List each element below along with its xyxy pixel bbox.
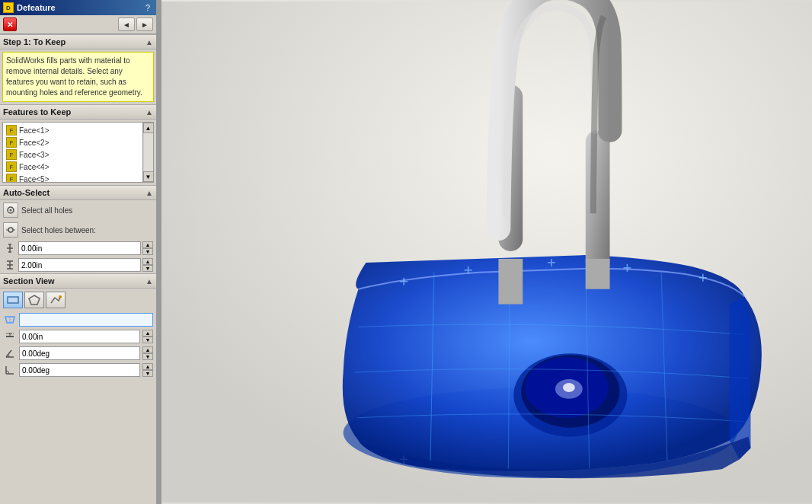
min-hole-down[interactable]: ▼ [142,248,153,255]
step1-chevron[interactable]: ▲ [145,38,153,46]
svg-rect-13 [8,297,18,303]
svg-rect-49 [498,259,523,305]
offset-input[interactable] [19,330,140,343]
min-hole-spinners: ▲ ▼ [142,241,153,255]
face-icon: F [6,174,17,182]
list-item[interactable]: F Face<4> [5,161,141,173]
min-hole-size-row: ▲ ▼ [0,240,156,257]
section-view-title: Section View [3,276,55,285]
step1-title: Step 1: To Keep [3,37,66,46]
max-hole-up[interactable]: ▲ [142,258,153,265]
features-scrollbar[interactable]: ▲ ▼ [142,123,153,182]
offset-row: ▲ ▼ [0,328,156,345]
features-header: Features to Keep ▲ [0,104,156,120]
svg-point-1 [10,209,12,212]
angle2-spinners: ▲ ▼ [142,363,153,377]
svg-point-14 [59,295,62,298]
close-button[interactable]: ✕ [3,18,17,31]
list-item[interactable]: F Face<3> [5,148,141,161]
select-holes-between-row: Select holes between: [0,220,156,240]
max-hole-size-row: ▲ ▼ [0,257,156,273]
select-all-holes-icon[interactable] [3,203,18,218]
feature-label: Face<2> [19,139,49,147]
offset-spinners: ▲ ▼ [142,330,153,343]
min-hole-input[interactable] [18,241,141,255]
angle2-icon [3,363,17,377]
panel-controls: ✕ ◄ ► [0,15,156,34]
features-section: Features to Keep ▲ F Face<1> F Face<2> F… [0,104,156,185]
angle1-spinners: ▲ ▼ [142,346,153,360]
3d-scene [161,0,812,504]
rect-section-button[interactable] [3,292,23,308]
auto-select-section: Auto-Select ▲ Select all holes Select ho… [0,185,156,273]
features-chevron[interactable]: ▲ [145,108,153,116]
offset-up[interactable]: ▲ [142,330,153,337]
plane-input-row [0,311,156,328]
angle2-input[interactable] [19,363,140,377]
list-item[interactable]: F Face<1> [5,124,141,136]
app-icon: D [3,2,14,13]
feature-label: Face<1> [19,126,49,135]
poly-section-button[interactable] [24,292,44,308]
scroll-track [144,133,153,171]
viewport[interactable] [161,0,812,504]
angle2-up[interactable]: ▲ [142,363,153,370]
feature-label: Face<5> [19,175,49,183]
offset-down[interactable]: ▼ [142,337,153,343]
face-icon: F [6,149,17,160]
scroll-down-arrow[interactable]: ▼ [143,171,154,182]
title-bar: D Defeature ? [0,0,156,15]
max-hole-spinners: ▲ ▼ [142,258,153,272]
angle1-up[interactable]: ▲ [142,346,153,353]
panel-title: Defeature [17,3,56,12]
max-size-icon [3,258,17,272]
back-button[interactable]: ◄ [118,18,135,31]
face-icon: F [6,161,17,172]
help-button[interactable]: ? [142,3,153,12]
plane-input[interactable] [19,313,153,327]
feature-label: Face<4> [19,163,49,171]
section-view-chevron[interactable]: ▲ [145,277,153,285]
offset-icon [3,330,17,343]
angle2-row: ▲ ▼ [0,362,156,378]
select-all-holes-label: Select all holes [21,206,72,215]
step1-description: SolidWorks fills parts with material to … [6,56,142,97]
features-title: Features to Keep [3,107,71,116]
angle1-input[interactable] [19,346,140,360]
features-list-container: F Face<1> F Face<2> F Face<3> F Face<4> … [2,122,154,183]
auto-select-chevron[interactable]: ▲ [145,189,153,197]
angle1-icon [3,346,17,360]
max-hole-down[interactable]: ▼ [142,265,153,272]
features-list[interactable]: F Face<1> F Face<2> F Face<3> F Face<4> … [3,123,142,182]
auto-select-header: Auto-Select ▲ [0,185,156,200]
plane-icon [3,313,17,327]
left-panel: D Defeature ? ✕ ◄ ► Step 1: To Keep ▲ So… [0,0,158,504]
step1-header: Step 1: To Keep ▲ [0,34,156,49]
section-view-section: Section View ▲ [0,273,156,378]
svg-rect-47 [586,130,610,274]
section-view-buttons [0,289,156,311]
angle2-down[interactable]: ▼ [142,370,153,377]
svg-point-2 [8,228,13,232]
min-hole-up[interactable]: ▲ [142,241,153,248]
face-icon: F [6,137,17,148]
select-holes-between-icon[interactable] [3,222,18,238]
auto-select-title: Auto-Select [3,188,50,197]
forward-button[interactable]: ► [136,18,153,31]
max-hole-input[interactable] [18,258,141,272]
custom-section-button[interactable] [46,292,66,308]
select-all-holes-row: Select all holes [0,200,156,220]
angle1-row: ▲ ▼ [0,345,156,362]
angle1-down[interactable]: ▼ [142,353,153,360]
section-view-header: Section View ▲ [0,273,156,289]
list-item[interactable]: F Face<2> [5,136,141,148]
face-icon: F [6,125,17,136]
feature-label: Face<3> [19,151,49,159]
svg-rect-48 [586,259,610,289]
scroll-up-arrow[interactable]: ▲ [143,123,154,133]
select-holes-between-label: Select holes between: [21,226,96,234]
min-size-icon [3,241,17,255]
svg-point-31 [563,383,575,392]
list-item[interactable]: F Face<5> [5,173,141,182]
step1-info: SolidWorks fills parts with material to … [2,52,154,102]
